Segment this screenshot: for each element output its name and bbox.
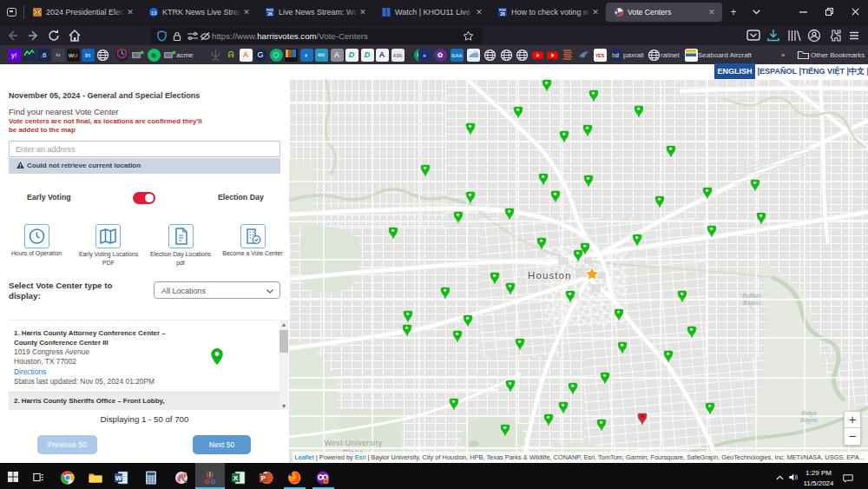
svg-text:13: 13 xyxy=(151,10,157,16)
svg-text:W: W xyxy=(115,474,122,482)
svg-text:X: X xyxy=(233,474,239,482)
svg-text:P: P xyxy=(261,474,266,482)
svg-text:26: 26 xyxy=(267,11,273,17)
svg-text:26: 26 xyxy=(500,11,505,17)
